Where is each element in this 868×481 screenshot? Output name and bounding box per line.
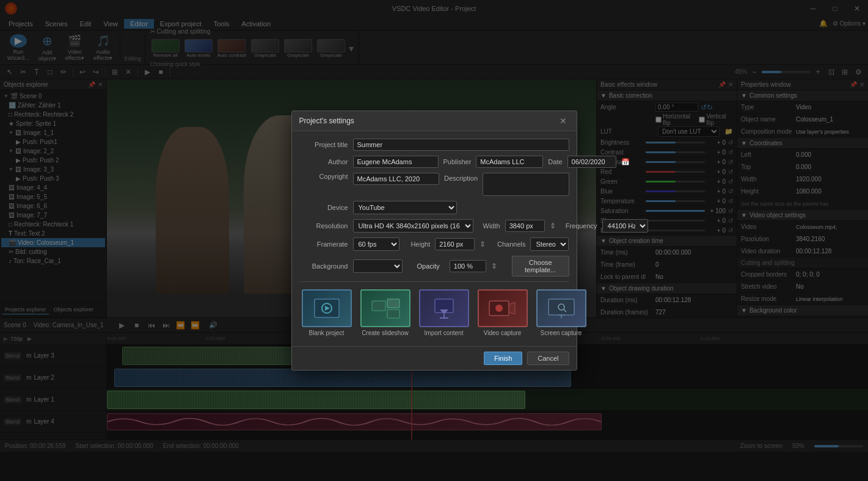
background-row: Background Opacity ⇕ Choose template... — [299, 256, 569, 277]
template-capture-label: Video capture — [484, 330, 522, 336]
dialog-title-bar: Project's settings ✕ — [292, 111, 577, 131]
svg-point-17 — [495, 305, 503, 312]
templates-section: Blank project Create slideshow — [299, 281, 569, 339]
capture-thumb-svg — [487, 296, 518, 320]
device-select[interactable]: YouTube — [353, 201, 457, 214]
template-import[interactable]: Import content — [417, 287, 472, 339]
dialog-overlay: Project's settings ✕ Project title Autho… — [0, 0, 868, 481]
framerate-select[interactable]: 60 fps — [353, 237, 399, 251]
device-row: Device YouTube — [299, 201, 569, 214]
template-blank-thumb — [302, 289, 352, 327]
template-screen-label: Screen capture — [541, 330, 582, 336]
template-slideshow[interactable]: Create slideshow — [358, 287, 413, 339]
channels-select[interactable]: Stereo — [530, 237, 569, 251]
svg-rect-10 — [387, 309, 399, 318]
description-label: Description — [444, 173, 478, 182]
svg-rect-18 — [549, 299, 574, 315]
calendar-icon[interactable]: 📅 — [621, 158, 630, 166]
framerate-label: Framerate — [299, 240, 348, 248]
height-label-dialog: Height — [410, 240, 430, 248]
description-textarea[interactable] — [483, 173, 569, 196]
copyright-row: Copyright Description — [299, 173, 569, 196]
dialog-body: Project title Author Publisher Date 📅 Co… — [292, 131, 577, 346]
dialog-title: Project's settings — [299, 117, 354, 125]
height-input-dialog[interactable] — [435, 238, 475, 250]
opacity-input[interactable] — [450, 260, 486, 272]
frequency-select[interactable]: 44100 Hz — [602, 219, 648, 233]
templates-grid: Blank project Create slideshow — [299, 287, 569, 339]
project-dialog: Project's settings ✕ Project title Autho… — [291, 110, 577, 371]
background-select[interactable] — [353, 259, 403, 273]
background-label: Background — [299, 262, 348, 270]
channels-label: Channels — [497, 240, 525, 248]
opacity-spinner[interactable]: ⇕ — [491, 262, 497, 270]
import-thumb-svg — [429, 296, 459, 320]
blank-thumb-svg — [312, 296, 342, 320]
project-title-label: Project title — [299, 141, 348, 148]
dialog-close-btn[interactable]: ✕ — [557, 115, 569, 127]
project-title-row: Project title — [299, 139, 569, 151]
date-input[interactable] — [567, 156, 616, 168]
publisher-label: Publisher — [443, 158, 472, 165]
author-input[interactable] — [353, 156, 439, 168]
template-blank[interactable]: Blank project — [299, 287, 354, 339]
copyright-label: Copyright — [299, 173, 348, 180]
author-label: Author — [299, 158, 348, 165]
date-label: Date — [548, 158, 562, 165]
width-spinner-icon[interactable]: ⇕ — [550, 222, 556, 230]
template-import-thumb — [419, 289, 469, 327]
cancel-btn[interactable]: Cancel — [527, 352, 569, 365]
height-spinner-icon[interactable]: ⇕ — [480, 240, 486, 248]
svg-marker-16 — [509, 302, 515, 314]
resolution-select[interactable]: Ultra HD 4K 3840x2160 pixels (16 — [353, 219, 473, 233]
template-import-label: Import content — [425, 330, 464, 336]
template-slideshow-label: Create slideshow — [362, 330, 409, 336]
finish-btn[interactable]: Finish — [484, 352, 522, 365]
copyright-input[interactable] — [353, 173, 439, 185]
screen-thumb-svg — [546, 296, 577, 320]
svg-rect-8 — [372, 301, 385, 311]
author-row: Author Publisher Date 📅 — [299, 156, 569, 168]
dialog-footer: Finish Cancel — [292, 346, 577, 370]
device-label: Device — [299, 204, 348, 211]
template-video-capture[interactable]: Video capture — [475, 287, 530, 339]
frequency-label: Frequency — [566, 222, 597, 230]
choose-template-btn[interactable]: Choose template... — [512, 256, 569, 277]
width-label-dialog: Width — [483, 222, 500, 230]
opacity-label: Opacity — [417, 262, 440, 270]
template-capture-thumb — [478, 289, 528, 327]
project-title-input[interactable] — [353, 139, 569, 151]
resolution-row: Resolution Ultra HD 4K 3840x2160 pixels … — [299, 219, 569, 233]
svg-rect-9 — [387, 299, 399, 308]
width-input-dialog[interactable] — [505, 220, 545, 232]
framerate-row: Framerate 60 fps Height ⇕ Channels Stere… — [299, 237, 569, 251]
template-screen-thumb — [536, 289, 586, 327]
template-screen-capture[interactable]: Screen capture — [534, 287, 589, 339]
resolution-dialog-label: Resolution — [299, 222, 348, 230]
slideshow-thumb-svg — [370, 296, 401, 320]
template-slideshow-thumb — [360, 289, 410, 327]
publisher-input[interactable] — [476, 156, 543, 168]
template-blank-label: Blank project — [309, 330, 345, 336]
